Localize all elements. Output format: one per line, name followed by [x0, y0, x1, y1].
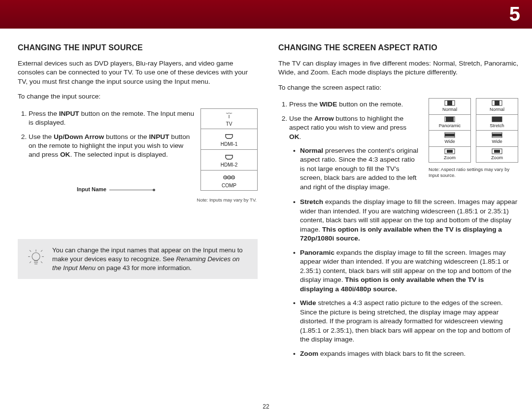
aspect-cell-normal: Normal: [429, 99, 470, 115]
svg-rect-18: [492, 117, 502, 122]
aspect-table-2: Normal Stretch Wide Zoom: [476, 98, 518, 163]
svg-point-4: [229, 177, 230, 178]
input-menu-item-hdmi1: HDMI-1: [201, 129, 257, 150]
aspect-cell-wide: Wide: [429, 131, 470, 147]
right-bullets-cont: Stretch expands the display image to fil…: [278, 198, 518, 358]
left-note: Note: Inputs may vary by TV.: [18, 197, 257, 204]
left-step-2: Use the Up/Down Arrow buttons or the INP…: [29, 133, 195, 160]
hdmi-icon: [201, 153, 257, 161]
input-name-label: Input Name: [77, 186, 106, 193]
bullet-wide: Wide stretches a 4:3 aspect ratio pictur…: [300, 299, 518, 344]
aspect-tables-wrap: Normal Panoramic Wide Zoom: [429, 98, 518, 178]
antenna-icon: [201, 112, 257, 120]
header-bar: 5: [0, 0, 532, 29]
page-body: CHANGING THE INPUT SOURCE External devic…: [0, 29, 532, 363]
svg-point-3: [225, 177, 226, 178]
right-column: CHANGING THE SCREEN ASPECT RATIO The TV …: [278, 42, 518, 363]
svg-point-6: [32, 252, 40, 260]
hdmi-icon: [201, 132, 257, 140]
right-lead: To change the screen aspect ratio:: [278, 83, 518, 92]
left-column: CHANGING THE INPUT SOURCE External devic…: [18, 42, 258, 363]
chapter-number: 5: [509, 3, 520, 25]
aspect-cell-stretch: Stretch: [476, 115, 518, 131]
footer-page-number: 22: [263, 403, 269, 410]
right-steps: Press the WIDE button on the remote. Use…: [278, 100, 419, 192]
input-menu-item-comp: COMP: [201, 171, 257, 191]
bullet-panoramic: Panoramic expands the display image to f…: [300, 248, 518, 294]
svg-point-5: [233, 177, 233, 178]
input-menu-item-hdmi2: HDMI-2: [201, 150, 257, 171]
input-menu: TV HDMI-1 HDMI-2: [200, 108, 258, 191]
left-steps: Press the INPUT button on the remote. Th…: [18, 109, 195, 160]
aspect-cell-panoramic: Panoramic: [429, 115, 470, 131]
svg-rect-16: [495, 101, 499, 105]
svg-rect-8: [447, 101, 452, 105]
input-menu-item-tv: TV: [201, 109, 257, 130]
bullet-stretch: Stretch expands the display image to fil…: [300, 198, 518, 243]
tip-box: You can change the input names that appe…: [18, 239, 258, 279]
aspect-cell-normal: Normal: [476, 99, 518, 115]
right-intro: The TV can display images in five differ…: [278, 59, 518, 77]
lightbulb-icon: [28, 248, 44, 270]
aspect-cell-zoom: Zoom: [429, 147, 470, 163]
bullet-normal: Normal preserves the content's original …: [300, 146, 419, 192]
svg-rect-14: [447, 150, 453, 153]
left-lead: To change the input source:: [18, 92, 258, 101]
svg-rect-10: [446, 117, 454, 122]
right-step-2: Use the Arrow buttons to highlight the a…: [289, 114, 419, 192]
bullet-zoom: Zoom expands images with black bars to f…: [300, 349, 518, 358]
right-step-1: Press the WIDE button on the remote.: [289, 100, 419, 109]
svg-rect-20: [492, 134, 502, 137]
left-intro: External devices such as DVD players, Bl…: [18, 59, 258, 86]
right-note: Note: Aspect ratio settings may vary by …: [429, 167, 517, 178]
aspect-table-1: Normal Panoramic Wide Zoom: [429, 98, 471, 163]
right-title: CHANGING THE SCREEN ASPECT RATIO: [278, 42, 518, 53]
aspect-cell-zoom: Zoom: [476, 147, 518, 163]
svg-rect-12: [445, 134, 455, 137]
left-step-1: Press the INPUT button on the remote. Th…: [29, 109, 195, 128]
component-icon: [201, 173, 257, 181]
svg-rect-22: [494, 150, 500, 153]
left-title: CHANGING THE INPUT SOURCE: [18, 42, 258, 53]
aspect-cell-wide: Wide: [476, 131, 518, 147]
